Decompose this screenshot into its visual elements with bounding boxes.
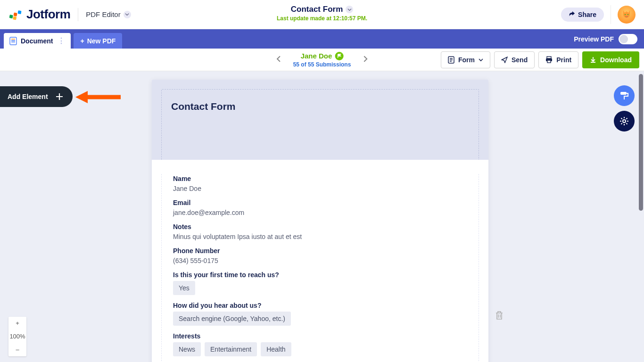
svg-rect-1 — [14, 12, 17, 16]
next-submission-button[interactable] — [359, 53, 371, 67]
plus-icon — [55, 92, 64, 101]
field-value: Jane Doe — [173, 185, 467, 192]
share-label: Share — [578, 11, 596, 18]
tabbar-right: Preview PDF — [574, 34, 644, 44]
preview-label: Preview PDF — [574, 35, 614, 43]
prev-submission-button[interactable] — [273, 53, 285, 67]
share-icon — [569, 11, 575, 18]
chip: Yes — [173, 281, 195, 295]
field-label: Name — [173, 175, 467, 182]
field-value: Minus qui voluptatem Ipsa iusto at aut e… — [173, 233, 467, 240]
form-title-button[interactable]: Contact Form — [277, 5, 367, 14]
submission-info[interactable]: Jane Doe 55 of 55 Submissions — [293, 52, 351, 68]
avatar-icon — [620, 8, 633, 21]
svg-point-4 — [625, 14, 626, 15]
submission-nav: Jane Doe 55 of 55 Submissions — [273, 52, 371, 68]
form-label: Form — [458, 56, 475, 64]
chip: Entertainment — [205, 342, 257, 356]
zoom-control: + 100% – — [8, 317, 26, 356]
logo-icon — [8, 8, 22, 21]
download-button[interactable]: Download — [582, 51, 639, 68]
add-element-button[interactable]: Add Element — [0, 86, 73, 107]
chevron-down-icon — [479, 58, 483, 62]
chip: Search engine (Google, Yahoo, etc.) — [173, 312, 291, 326]
delete-page-button[interactable] — [495, 311, 504, 322]
form-dropdown-button[interactable]: Form — [441, 51, 490, 68]
field-value: jane.doe@example.com — [173, 209, 467, 216]
submission-count: 55 of 55 Submissions — [293, 61, 351, 68]
download-icon — [590, 57, 596, 63]
field-label: How did you hear about us? — [173, 302, 467, 309]
field-label: Interests — [173, 332, 467, 340]
mode-selector[interactable]: PDF Editor — [86, 10, 131, 18]
divider — [611, 5, 611, 24]
user-avatar[interactable] — [618, 6, 636, 24]
print-icon — [545, 56, 553, 63]
field-name[interactable]: Name Jane Doe — [173, 175, 467, 192]
document-title: Contact Form — [171, 101, 469, 112]
chip: News — [173, 342, 201, 356]
svg-rect-14 — [547, 57, 551, 58]
svg-rect-6 — [10, 37, 17, 45]
send-icon — [501, 57, 508, 63]
field-phone[interactable]: Phone Number (634) 555-0175 — [173, 247, 467, 264]
new-pdf-label: New PDF — [87, 37, 116, 45]
tab-bar: Document ⋮ + New PDF Preview PDF — [0, 29, 644, 49]
share-button[interactable]: Share — [561, 8, 604, 22]
chip: Health — [261, 342, 291, 356]
print-button[interactable]: Print — [538, 51, 578, 68]
tutorial-arrow-icon — [75, 91, 121, 105]
svg-point-18 — [623, 120, 626, 123]
page-body[interactable]: Name Jane Doe Email jane.doe@example.com… — [152, 160, 488, 362]
new-pdf-button[interactable]: + New PDF — [74, 33, 122, 49]
field-label: Phone Number — [173, 247, 467, 255]
page-header-area[interactable]: Contact Form — [152, 80, 488, 160]
tab-document[interactable]: Document ⋮ — [4, 33, 71, 49]
paint-roller-icon — [619, 90, 629, 101]
svg-rect-0 — [9, 15, 13, 18]
submitter-name: Jane Doe — [301, 52, 332, 60]
field-hear-about[interactable]: How did you hear about us? Search engine… — [173, 302, 467, 326]
flag-icon — [335, 52, 343, 60]
print-label: Print — [556, 56, 571, 64]
preview-toggle[interactable] — [619, 34, 637, 44]
tab-menu-icon[interactable]: ⋮ — [57, 40, 66, 42]
mode-label: PDF Editor — [86, 10, 120, 18]
field-interests[interactable]: Interests News Entertainment Health — [173, 332, 467, 356]
pdf-page[interactable]: Contact Form Name Jane Doe Email jane.do… — [152, 80, 488, 362]
chevron-down-icon — [124, 11, 131, 18]
tab-label: Document — [21, 37, 53, 45]
add-element-label: Add Element — [8, 93, 48, 100]
divider — [78, 8, 78, 21]
field-label: Notes — [173, 223, 467, 230]
zoom-out-button[interactable]: – — [8, 343, 26, 356]
zoom-in-button[interactable]: + — [8, 317, 26, 330]
brand-name: Jotform — [26, 7, 70, 22]
svg-point-5 — [627, 14, 629, 15]
zoom-level: 100% — [8, 330, 26, 343]
field-email[interactable]: Email jane.doe@example.com — [173, 199, 467, 216]
header-right: Share — [561, 5, 636, 24]
app-header: Jotform PDF Editor Contact Form Last upd… — [0, 0, 644, 29]
svg-rect-2 — [13, 16, 17, 20]
field-label: Email — [173, 199, 467, 206]
settings-fab[interactable] — [614, 111, 635, 132]
gear-icon — [619, 116, 629, 126]
send-label: Send — [512, 56, 528, 64]
field-notes[interactable]: Notes Minus qui voluptatem Ipsa iusto at… — [173, 223, 467, 240]
svg-rect-3 — [17, 10, 21, 14]
brand-logo[interactable]: Jotform — [8, 7, 70, 22]
send-button[interactable]: Send — [494, 51, 535, 68]
download-label: Download — [600, 56, 632, 64]
field-first-time[interactable]: Is this your first time to reach us? Yes — [173, 271, 467, 295]
action-bar: Jane Doe 55 of 55 Submissions Form Send … — [0, 49, 644, 71]
form-icon — [448, 56, 454, 64]
chevron-down-icon — [346, 6, 353, 13]
paint-fab[interactable] — [614, 85, 635, 106]
svg-rect-17 — [620, 92, 627, 95]
editor-canvas[interactable]: Add Element + 100% – Contact Form Name J… — [0, 71, 644, 362]
scrollbar[interactable] — [639, 74, 643, 211]
last-update: Last update made at 12:10:57 PM. — [277, 15, 367, 22]
document-icon — [9, 37, 17, 45]
action-buttons: Form Send Print Download — [441, 51, 644, 68]
